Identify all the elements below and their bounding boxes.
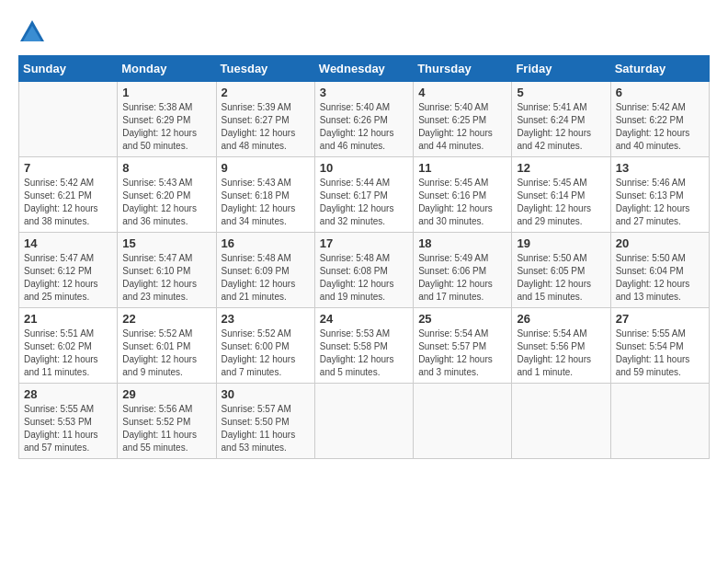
- day-info: Sunrise: 5:47 AM Sunset: 6:12 PM Dayligh…: [24, 252, 112, 304]
- day-number: 5: [517, 86, 605, 99]
- calendar-cell: 3Sunrise: 5:40 AM Sunset: 6:26 PM Daylig…: [314, 82, 413, 157]
- calendar-cell: 4Sunrise: 5:40 AM Sunset: 6:25 PM Daylig…: [414, 82, 512, 157]
- day-info: Sunrise: 5:41 AM Sunset: 6:24 PM Dayligh…: [517, 101, 605, 153]
- day-number: 3: [320, 86, 408, 99]
- calendar-cell: 2Sunrise: 5:39 AM Sunset: 6:27 PM Daylig…: [216, 82, 314, 157]
- day-number: 7: [24, 161, 112, 175]
- calendar-cell: [314, 384, 413, 459]
- column-header-monday: Monday: [118, 56, 216, 82]
- day-number: 9: [222, 161, 310, 175]
- day-info: Sunrise: 5:42 AM Sunset: 6:21 PM Dayligh…: [24, 177, 112, 228]
- day-info: Sunrise: 5:56 AM Sunset: 5:52 PM Dayligh…: [122, 403, 210, 454]
- day-number: 15: [122, 236, 210, 250]
- week-row-4: 21Sunrise: 5:51 AM Sunset: 6:02 PM Dayli…: [19, 308, 710, 384]
- day-number: 16: [222, 236, 310, 250]
- day-info: Sunrise: 5:48 AM Sunset: 6:08 PM Dayligh…: [320, 252, 408, 304]
- day-info: Sunrise: 5:55 AM Sunset: 5:53 PM Dayligh…: [24, 403, 112, 454]
- day-number: 13: [616, 161, 704, 175]
- calendar-cell: 18Sunrise: 5:49 AM Sunset: 6:06 PM Dayli…: [414, 233, 512, 308]
- day-number: 19: [517, 236, 605, 250]
- day-info: Sunrise: 5:46 AM Sunset: 6:13 PM Dayligh…: [616, 177, 704, 228]
- day-info: Sunrise: 5:52 AM Sunset: 6:00 PM Dayligh…: [222, 327, 310, 379]
- day-number: 23: [222, 312, 310, 326]
- day-info: Sunrise: 5:39 AM Sunset: 6:27 PM Dayligh…: [222, 101, 310, 153]
- day-number: 28: [24, 387, 112, 401]
- calendar-table: SundayMondayTuesdayWednesdayThursdayFrid…: [18, 55, 710, 459]
- day-info: Sunrise: 5:43 AM Sunset: 6:18 PM Dayligh…: [222, 177, 310, 228]
- calendar-cell: 7Sunrise: 5:42 AM Sunset: 6:21 PM Daylig…: [19, 157, 118, 233]
- page-header: [18, 18, 710, 46]
- day-info: Sunrise: 5:45 AM Sunset: 6:16 PM Dayligh…: [418, 177, 506, 228]
- day-info: Sunrise: 5:38 AM Sunset: 6:29 PM Dayligh…: [122, 101, 210, 153]
- calendar-cell: 28Sunrise: 5:55 AM Sunset: 5:53 PM Dayli…: [19, 384, 118, 459]
- logo-icon: [18, 18, 46, 46]
- calendar-cell: 5Sunrise: 5:41 AM Sunset: 6:24 PM Daylig…: [512, 82, 610, 157]
- day-info: Sunrise: 5:54 AM Sunset: 5:56 PM Dayligh…: [517, 327, 605, 379]
- calendar-cell: 26Sunrise: 5:54 AM Sunset: 5:56 PM Dayli…: [512, 308, 610, 384]
- calendar-cell: 15Sunrise: 5:47 AM Sunset: 6:10 PM Dayli…: [118, 233, 216, 308]
- column-header-thursday: Thursday: [414, 56, 512, 82]
- column-header-wednesday: Wednesday: [314, 56, 413, 82]
- calendar-cell: 11Sunrise: 5:45 AM Sunset: 6:16 PM Dayli…: [414, 157, 512, 233]
- calendar-cell: [610, 384, 709, 459]
- calendar-cell: 30Sunrise: 5:57 AM Sunset: 5:50 PM Dayli…: [216, 384, 314, 459]
- day-info: Sunrise: 5:47 AM Sunset: 6:10 PM Dayligh…: [122, 252, 210, 304]
- week-row-5: 28Sunrise: 5:55 AM Sunset: 5:53 PM Dayli…: [19, 384, 710, 459]
- calendar-cell: 24Sunrise: 5:53 AM Sunset: 5:58 PM Dayli…: [314, 308, 413, 384]
- day-info: Sunrise: 5:50 AM Sunset: 6:05 PM Dayligh…: [517, 252, 605, 304]
- calendar-cell: 6Sunrise: 5:42 AM Sunset: 6:22 PM Daylig…: [610, 82, 709, 157]
- calendar-cell: [19, 82, 118, 157]
- day-info: Sunrise: 5:51 AM Sunset: 6:02 PM Dayligh…: [24, 327, 112, 379]
- calendar-cell: 27Sunrise: 5:55 AM Sunset: 5:54 PM Dayli…: [610, 308, 709, 384]
- day-number: 26: [517, 312, 605, 326]
- day-number: 22: [122, 312, 210, 326]
- week-row-3: 14Sunrise: 5:47 AM Sunset: 6:12 PM Dayli…: [19, 233, 710, 308]
- day-number: 17: [320, 236, 408, 250]
- calendar-cell: [414, 384, 512, 459]
- day-number: 29: [122, 387, 210, 401]
- calendar-cell: 22Sunrise: 5:52 AM Sunset: 6:01 PM Dayli…: [118, 308, 216, 384]
- day-number: 1: [122, 86, 210, 99]
- day-number: 20: [616, 236, 704, 250]
- calendar-cell: 12Sunrise: 5:45 AM Sunset: 6:14 PM Dayli…: [512, 157, 610, 233]
- calendar-cell: 19Sunrise: 5:50 AM Sunset: 6:05 PM Dayli…: [512, 233, 610, 308]
- day-info: Sunrise: 5:54 AM Sunset: 5:57 PM Dayligh…: [418, 327, 506, 379]
- calendar-cell: 8Sunrise: 5:43 AM Sunset: 6:20 PM Daylig…: [118, 157, 216, 233]
- calendar-cell: 14Sunrise: 5:47 AM Sunset: 6:12 PM Dayli…: [19, 233, 118, 308]
- calendar-cell: [512, 384, 610, 459]
- day-number: 21: [24, 312, 112, 326]
- column-header-saturday: Saturday: [610, 56, 709, 82]
- day-number: 10: [320, 161, 408, 175]
- day-number: 6: [616, 86, 704, 99]
- day-number: 2: [222, 86, 310, 99]
- column-header-tuesday: Tuesday: [216, 56, 314, 82]
- calendar-cell: 23Sunrise: 5:52 AM Sunset: 6:00 PM Dayli…: [216, 308, 314, 384]
- day-info: Sunrise: 5:49 AM Sunset: 6:06 PM Dayligh…: [418, 252, 506, 304]
- day-info: Sunrise: 5:40 AM Sunset: 6:25 PM Dayligh…: [418, 101, 506, 153]
- day-info: Sunrise: 5:45 AM Sunset: 6:14 PM Dayligh…: [517, 177, 605, 228]
- calendar-cell: 29Sunrise: 5:56 AM Sunset: 5:52 PM Dayli…: [118, 384, 216, 459]
- week-row-1: 1Sunrise: 5:38 AM Sunset: 6:29 PM Daylig…: [19, 82, 710, 157]
- day-number: 4: [418, 86, 506, 99]
- day-number: 12: [517, 161, 605, 175]
- day-number: 24: [320, 312, 408, 326]
- day-number: 18: [418, 236, 506, 250]
- day-number: 27: [616, 312, 704, 326]
- column-header-friday: Friday: [512, 56, 610, 82]
- calendar-cell: 10Sunrise: 5:44 AM Sunset: 6:17 PM Dayli…: [314, 157, 413, 233]
- calendar-cell: 25Sunrise: 5:54 AM Sunset: 5:57 PM Dayli…: [414, 308, 512, 384]
- calendar-cell: 13Sunrise: 5:46 AM Sunset: 6:13 PM Dayli…: [610, 157, 709, 233]
- calendar-cell: 16Sunrise: 5:48 AM Sunset: 6:09 PM Dayli…: [216, 233, 314, 308]
- day-number: 14: [24, 236, 112, 250]
- day-number: 30: [222, 387, 310, 401]
- day-number: 25: [418, 312, 506, 326]
- calendar-cell: 9Sunrise: 5:43 AM Sunset: 6:18 PM Daylig…: [216, 157, 314, 233]
- day-info: Sunrise: 5:57 AM Sunset: 5:50 PM Dayligh…: [222, 403, 310, 454]
- day-info: Sunrise: 5:48 AM Sunset: 6:09 PM Dayligh…: [222, 252, 310, 304]
- day-info: Sunrise: 5:40 AM Sunset: 6:26 PM Dayligh…: [320, 101, 408, 153]
- day-info: Sunrise: 5:55 AM Sunset: 5:54 PM Dayligh…: [616, 327, 704, 379]
- day-info: Sunrise: 5:50 AM Sunset: 6:04 PM Dayligh…: [616, 252, 704, 304]
- week-row-2: 7Sunrise: 5:42 AM Sunset: 6:21 PM Daylig…: [19, 157, 710, 233]
- day-info: Sunrise: 5:53 AM Sunset: 5:58 PM Dayligh…: [320, 327, 408, 379]
- day-number: 8: [122, 161, 210, 175]
